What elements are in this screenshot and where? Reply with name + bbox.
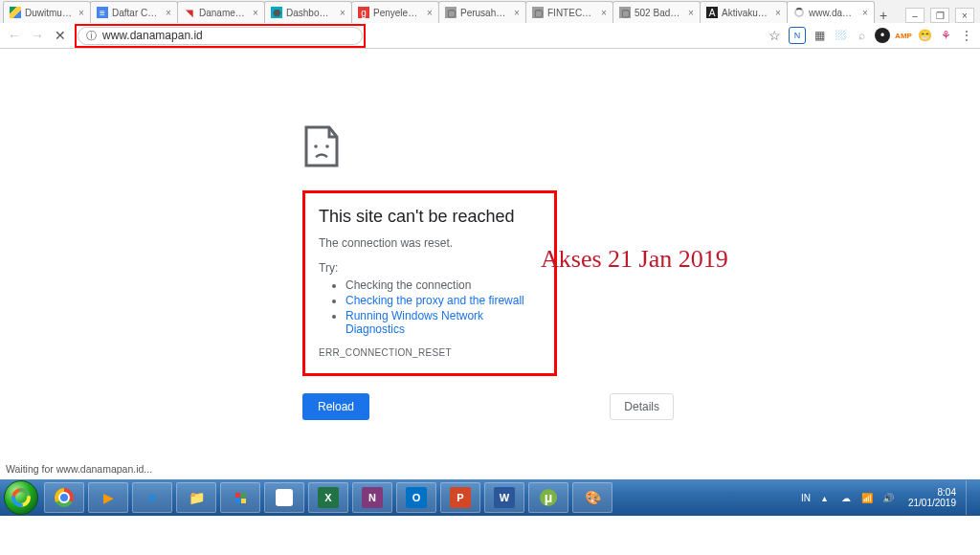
close-icon[interactable]: × <box>512 8 522 18</box>
tray-clock[interactable]: 8:04 21/01/2019 <box>908 487 956 508</box>
start-button[interactable] <box>4 480 38 515</box>
tab-danamapan[interactable]: www.danama× <box>787 1 875 23</box>
tab-aktivaku[interactable]: AAktivaku Akti× <box>700 1 788 23</box>
tab-label: Danamerdeka <box>199 8 247 18</box>
suggestion-check-connection: Checking the connection <box>345 278 539 292</box>
tab-daftar[interactable]: ≡Daftar Call Ce× <box>90 1 178 23</box>
tray-lang[interactable]: IN <box>801 493 811 503</box>
tab-strip: Duwitmu draf× ≡Daftar Call Ce× ◥Danamerd… <box>0 0 980 23</box>
error-message-box: This site can't be reached The connectio… <box>302 190 557 376</box>
dash-icon: ⬣ <box>271 7 282 18</box>
tab-502[interactable]: ▢502 Bad Gate× <box>612 1 701 23</box>
ext-icon[interactable]: 😁 <box>917 28 932 43</box>
clock-date: 21/01/2019 <box>908 498 956 508</box>
ext-icon[interactable]: ⚘ <box>938 28 953 43</box>
tab-label: Daftar Call Ce <box>112 8 160 18</box>
site-icon: g <box>358 7 369 18</box>
close-icon[interactable]: × <box>164 8 173 18</box>
close-icon[interactable]: × <box>425 8 434 18</box>
windows-taskbar: ▶ e 📁 X N O P W μ 🎨 IN ▴ ☁ 📶 🔊 8:04 21/0… <box>0 479 980 516</box>
error-heading: This site can't be reached <box>319 207 539 227</box>
page-icon: ▢ <box>619 7 631 18</box>
tab-dashboard[interactable]: ⬣Dashboard - A× <box>264 1 352 23</box>
tray-onedrive-icon[interactable]: ☁ <box>839 491 853 504</box>
task-ppt[interactable]: P <box>440 482 480 513</box>
page-icon: ▢ <box>532 7 544 18</box>
address-bar[interactable]: ⓘ www.danamapan.id <box>78 27 363 45</box>
close-icon[interactable]: × <box>773 8 783 18</box>
window-minimize[interactable]: – <box>905 8 924 23</box>
close-icon[interactable]: × <box>686 8 696 18</box>
svg-point-1 <box>325 144 329 148</box>
tab-fintech[interactable]: ▢FINTECH INDO× <box>525 1 613 23</box>
show-desktop-button[interactable] <box>966 480 976 515</box>
task-utorrent[interactable]: μ <box>528 482 568 513</box>
annotation-text: Akses 21 Jan 2019 <box>541 245 728 274</box>
link-run-diagnostics[interactable]: Running Windows Network Diagnostics <box>345 309 483 336</box>
loading-icon <box>793 7 805 18</box>
tab-label: Aktivaku Akti <box>722 8 769 18</box>
task-excel[interactable]: X <box>308 482 348 513</box>
close-icon[interactable]: × <box>599 8 609 18</box>
tab-danamerdeka[interactable]: ◥Danamerdeka× <box>177 1 265 23</box>
window-restore[interactable]: ❐ <box>930 8 949 23</box>
task-wmp[interactable]: ▶ <box>88 482 128 513</box>
ext-apps-icon[interactable]: ▦ <box>812 28 827 43</box>
show-hidden-icon[interactable]: ▴ <box>818 491 832 504</box>
tab-duwitmu[interactable]: Duwitmu draf× <box>3 1 91 23</box>
back-button: ← <box>6 27 23 44</box>
ext-amp-icon[interactable]: AMP <box>896 28 911 43</box>
site-icon: ◥ <box>184 7 195 18</box>
task-paint[interactable]: 🎨 <box>572 482 612 513</box>
tray-network-icon[interactable]: 📶 <box>860 491 874 504</box>
task-chrome[interactable] <box>44 482 84 513</box>
page-icon: ▢ <box>445 7 457 18</box>
task-explorer[interactable]: 📁 <box>176 482 216 513</box>
ext-icon[interactable]: ⛆ <box>833 28 848 43</box>
link-check-proxy[interactable]: Checking the proxy and the firewall <box>345 294 524 307</box>
tab-label: FINTECH INDO <box>547 8 595 18</box>
extension-icons: N ▦ ⛆ ⌕ • AMP 😁 ⚘ ⋮ <box>789 27 974 44</box>
task-app[interactable] <box>264 482 304 513</box>
ext-icon[interactable]: N <box>789 27 806 44</box>
ext-icon[interactable]: ⌕ <box>854 28 869 43</box>
tab-label: www.danama <box>809 8 857 18</box>
tab-label: Penyelenggar <box>373 8 421 18</box>
tray-volume-icon[interactable]: 🔊 <box>881 491 895 504</box>
task-apps[interactable] <box>220 482 260 513</box>
tab-label: 502 Bad Gate <box>635 8 682 18</box>
task-word[interactable]: W <box>484 482 524 513</box>
close-icon[interactable]: × <box>860 8 870 18</box>
doc-icon: ≡ <box>97 7 108 18</box>
task-ie[interactable]: e <box>132 482 172 513</box>
tab-penyelenggar[interactable]: gPenyelenggar× <box>351 1 439 23</box>
reload-button[interactable]: Reload <box>302 393 369 420</box>
browser-menu-icon[interactable]: ⋮ <box>959 28 974 43</box>
forward-button: → <box>29 27 46 44</box>
url-highlight-box: ⓘ www.danamapan.id <box>75 24 366 48</box>
url-text: www.danamapan.id <box>102 29 203 42</box>
stop-button[interactable]: ✕ <box>52 27 69 44</box>
error-code: ERR_CONNECTION_RESET <box>319 347 539 358</box>
ext-icon[interactable]: • <box>875 28 890 43</box>
task-onenote[interactable]: N <box>352 482 392 513</box>
tab-label: Perusahaan Fi <box>460 8 508 18</box>
tab-label: Dashboard - A <box>286 8 334 18</box>
task-outlook[interactable]: O <box>396 482 436 513</box>
info-icon[interactable]: ⓘ <box>86 29 97 43</box>
close-icon[interactable]: × <box>77 8 86 18</box>
details-button[interactable]: Details <box>610 393 674 420</box>
tab-label: Duwitmu draf <box>25 8 73 18</box>
close-icon[interactable]: × <box>338 8 347 18</box>
window-close[interactable]: × <box>955 8 974 23</box>
error-subtitle: The connection was reset. <box>319 236 539 250</box>
site-icon: A <box>706 7 718 18</box>
tab-perusahaan[interactable]: ▢Perusahaan Fi× <box>438 1 526 23</box>
try-label: Try: <box>319 261 539 275</box>
sad-file-icon <box>302 125 341 167</box>
status-bar: Waiting for www.danamapan.id... <box>2 462 156 476</box>
new-tab-button[interactable]: + <box>874 8 893 23</box>
close-icon[interactable]: × <box>251 8 260 18</box>
bookmark-star-icon[interactable]: ☆ <box>766 27 783 44</box>
svg-point-0 <box>314 144 318 148</box>
